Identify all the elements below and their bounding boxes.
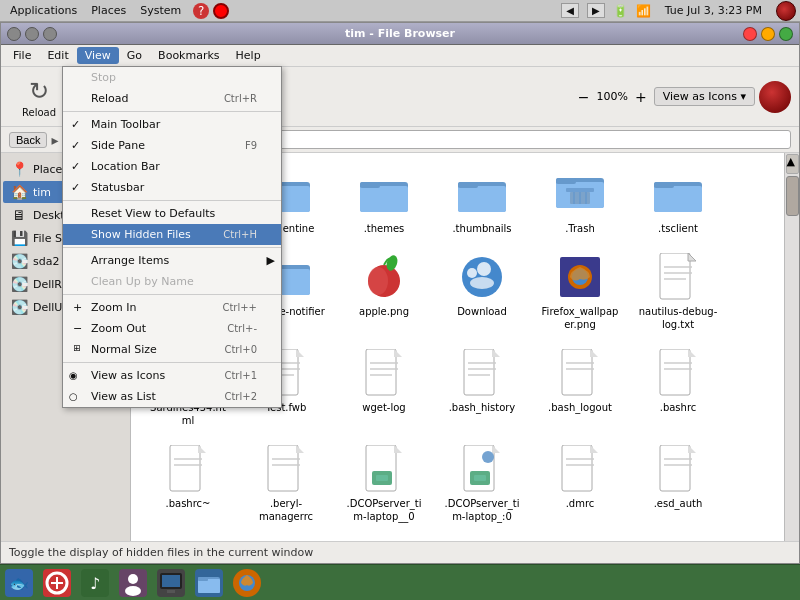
file-dmrc[interactable]: .dmrc bbox=[535, 440, 625, 528]
menu-go[interactable]: Go bbox=[119, 47, 150, 64]
menu-view-icons[interactable]: ◉ View as Icons Ctrl+1 bbox=[63, 365, 281, 386]
menu-show-hidden-shortcut: Ctrl+H bbox=[223, 229, 257, 240]
back-button[interactable]: Back bbox=[9, 132, 47, 148]
menu-zoom-out-shortcut: Ctrl+- bbox=[227, 323, 257, 334]
applications-menu[interactable]: Applications bbox=[4, 2, 83, 19]
forward-arrow[interactable]: ▸ bbox=[51, 132, 58, 148]
menu-view-list[interactable]: ○ View as List Ctrl+2 bbox=[63, 386, 281, 407]
menu-file[interactable]: File bbox=[5, 47, 39, 64]
file-dcop0[interactable]: .DCOPserver_tim-laptop__0 bbox=[339, 440, 429, 528]
file-bashrc2-label: .bashrc~ bbox=[166, 497, 211, 510]
window-control-left-1[interactable] bbox=[7, 27, 21, 41]
separator-2 bbox=[63, 200, 281, 201]
svg-point-123 bbox=[125, 586, 141, 596]
system-menu[interactable]: System bbox=[134, 2, 187, 19]
menu-location-bar-label: Location Bar bbox=[91, 160, 160, 173]
menu-view-icons-shortcut: Ctrl+1 bbox=[224, 370, 257, 381]
file-download-label: Download bbox=[457, 305, 507, 318]
reload-label: Reload bbox=[22, 107, 56, 118]
taskbar-icon-fish[interactable]: 🐟 bbox=[4, 568, 34, 598]
window-control-left-2[interactable] bbox=[25, 27, 39, 41]
maximize-button[interactable] bbox=[779, 27, 793, 41]
file-apple[interactable]: apple.png bbox=[339, 248, 429, 336]
download-icon bbox=[458, 253, 506, 301]
file-bash-logout[interactable]: .bash_logout bbox=[535, 344, 625, 432]
taskbar-icon-firefox[interactable] bbox=[232, 568, 262, 598]
file-wget-log[interactable]: wget-log bbox=[339, 344, 429, 432]
file-bashrc2[interactable]: .bashrc~ bbox=[143, 440, 233, 528]
zoom-plus-btn[interactable]: + bbox=[632, 89, 650, 105]
menu-view[interactable]: View bbox=[77, 47, 119, 64]
svg-rect-94 bbox=[562, 445, 592, 491]
menu-main-toolbar[interactable]: Main Toolbar bbox=[63, 114, 281, 135]
menu-reload[interactable]: Reload Ctrl+R bbox=[63, 88, 281, 109]
file-tsclient[interactable]: .tsclient bbox=[633, 165, 723, 240]
file-bash-history[interactable]: .bash_history bbox=[437, 344, 527, 432]
reload-button[interactable]: ↻ Reload bbox=[9, 71, 69, 123]
menu-stop-label: Stop bbox=[91, 71, 116, 84]
menu-normal-size[interactable]: ⊞Normal Size Ctrl+0 bbox=[63, 339, 281, 360]
file-wget-log-label: wget-log bbox=[362, 401, 405, 414]
window-control-left-3[interactable] bbox=[43, 27, 57, 41]
text-file-icon7 bbox=[164, 445, 212, 493]
folder-icon bbox=[458, 170, 506, 218]
statusbar-text: Toggle the display of hidden files in th… bbox=[9, 546, 313, 559]
file-nautilus-label: nautilus-debug-log.txt bbox=[638, 305, 718, 331]
minimize-button[interactable] bbox=[761, 27, 775, 41]
menu-clean-up[interactable]: Clean Up by Name bbox=[63, 271, 281, 292]
svg-rect-26 bbox=[654, 186, 702, 212]
menu-statusbar[interactable]: Statusbar bbox=[63, 177, 281, 198]
text-file-icon3 bbox=[360, 349, 408, 397]
help-icon[interactable]: ? bbox=[193, 3, 209, 19]
taskbar-icon-folder[interactable] bbox=[194, 568, 224, 598]
svg-rect-127 bbox=[167, 590, 175, 593]
menu-reset-view[interactable]: Reset View to Defaults bbox=[63, 203, 281, 224]
firefox-icon bbox=[556, 253, 604, 301]
svg-rect-130 bbox=[198, 579, 220, 593]
datetime-display[interactable]: Tue Jul 3, 3:23 PM bbox=[659, 2, 768, 19]
taskbar-icon-user[interactable] bbox=[118, 568, 148, 598]
menu-zoom-in-label: +Zoom In bbox=[91, 301, 136, 314]
reload-icon: ↻ bbox=[23, 75, 55, 107]
file-themes[interactable]: .themes bbox=[339, 165, 429, 240]
svg-rect-98 bbox=[660, 445, 690, 491]
file-firefox-wallpaper[interactable]: Firefox_wallpaper.png bbox=[535, 248, 625, 336]
zoom-controls: − 100% + bbox=[575, 89, 650, 105]
menu-stop[interactable]: Stop bbox=[63, 67, 281, 88]
taskbar-icon-monitor[interactable] bbox=[156, 568, 186, 598]
file-download[interactable]: Download bbox=[437, 248, 527, 336]
separator-4 bbox=[63, 294, 281, 295]
menu-show-hidden[interactable]: Show Hidden Files Ctrl+H bbox=[63, 224, 281, 245]
places-menu[interactable]: Places bbox=[85, 2, 132, 19]
text-file-icon4 bbox=[458, 349, 506, 397]
window-switcher-left[interactable]: ◀ bbox=[561, 3, 579, 18]
window-switcher-right[interactable]: ▶ bbox=[587, 3, 605, 18]
svg-point-35 bbox=[368, 267, 388, 295]
menu-help[interactable]: Help bbox=[228, 47, 269, 64]
file-beryl[interactable]: .beryl-managerrc bbox=[241, 440, 331, 528]
taskbar-icon-circle[interactable] bbox=[42, 568, 72, 598]
menu-location-bar[interactable]: Location Bar bbox=[63, 156, 281, 177]
menu-reload-shortcut: Ctrl+R bbox=[224, 93, 257, 104]
file-dcop0b[interactable]: .DCOPserver_tim-laptop_:0 bbox=[437, 440, 527, 528]
menu-side-pane[interactable]: Side Pane F9 bbox=[63, 135, 281, 156]
menu-bookmarks[interactable]: Bookmarks bbox=[150, 47, 227, 64]
view-as-button[interactable]: View as Icons ▾ bbox=[654, 87, 755, 106]
close-button[interactable] bbox=[743, 27, 757, 41]
dellres-icon: 💽 bbox=[11, 276, 27, 292]
svg-rect-13 bbox=[360, 182, 380, 188]
menu-arrange-items[interactable]: Arrange Items ▶ bbox=[63, 250, 281, 271]
file-nautilus-debug[interactable]: nautilus-debug-log.txt bbox=[633, 248, 723, 336]
file-bashrc[interactable]: .bashrc bbox=[633, 344, 723, 432]
vertical-scrollbar[interactable]: ▲ bbox=[784, 153, 799, 541]
file-thumbnails[interactable]: .thumbnails bbox=[437, 165, 527, 240]
menu-edit[interactable]: Edit bbox=[39, 47, 76, 64]
file-trash[interactable]: .Trash bbox=[535, 165, 625, 240]
svg-rect-64 bbox=[464, 349, 494, 395]
file-esd-auth[interactable]: .esd_auth bbox=[633, 440, 723, 528]
menu-zoom-out[interactable]: −Zoom Out Ctrl+- bbox=[63, 318, 281, 339]
taskbar-icon-music[interactable]: ♪ bbox=[80, 568, 110, 598]
zoom-minus-btn[interactable]: − bbox=[575, 89, 593, 105]
svg-point-122 bbox=[128, 574, 138, 584]
menu-zoom-in[interactable]: +Zoom In Ctrl++ bbox=[63, 297, 281, 318]
